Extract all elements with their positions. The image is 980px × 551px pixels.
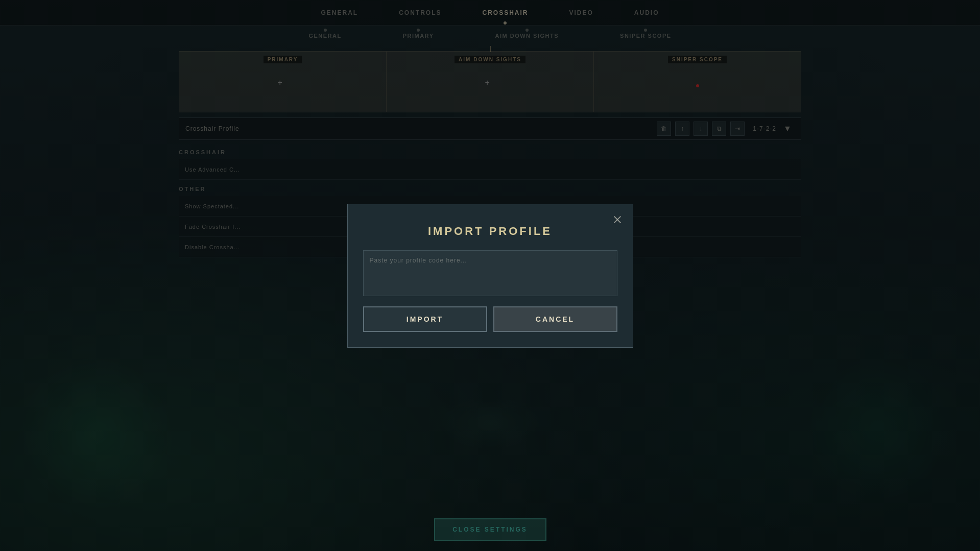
modal-close-button[interactable] (610, 212, 625, 227)
modal-buttons: IMPORT CANCEL (363, 306, 617, 332)
profile-code-input[interactable] (363, 250, 617, 296)
modal-overlay[interactable]: IMPORT PROFILE IMPORT CANCEL (0, 0, 980, 551)
import-button[interactable]: IMPORT (363, 306, 487, 332)
modal-title: IMPORT PROFILE (363, 225, 617, 238)
import-profile-modal: IMPORT PROFILE IMPORT CANCEL (347, 204, 633, 348)
close-icon (612, 214, 623, 225)
cancel-button[interactable]: CANCEL (493, 306, 617, 332)
